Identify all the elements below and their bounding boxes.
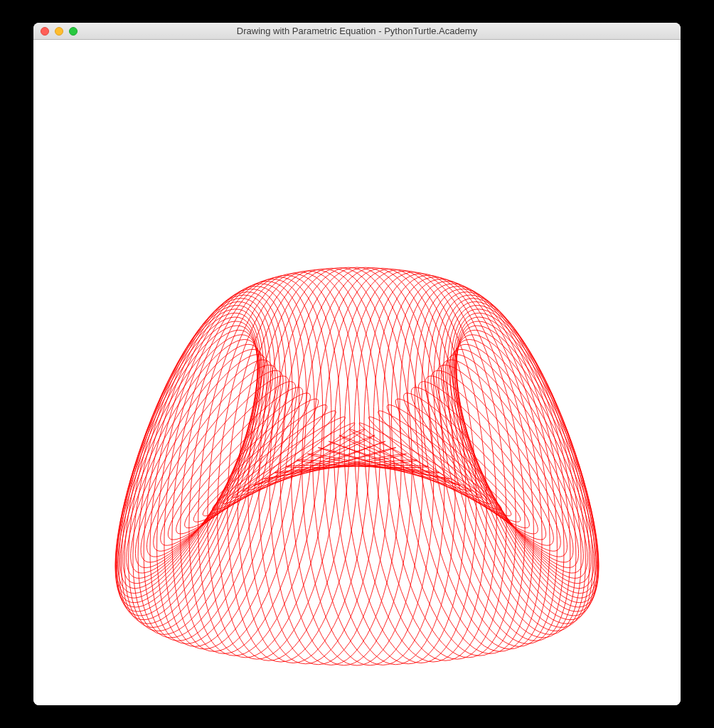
app-window: Drawing with Parametric Equation - Pytho…: [33, 23, 681, 705]
parametric-drawing: [33, 40, 681, 705]
close-icon[interactable]: [41, 27, 49, 36]
titlebar[interactable]: Drawing with Parametric Equation - Pytho…: [33, 23, 681, 40]
zoom-icon[interactable]: [69, 27, 78, 36]
traffic-lights: [33, 27, 78, 36]
minimize-icon[interactable]: [55, 27, 63, 36]
turtle-canvas: [33, 40, 681, 705]
window-title: Drawing with Parametric Equation - Pytho…: [33, 26, 681, 36]
